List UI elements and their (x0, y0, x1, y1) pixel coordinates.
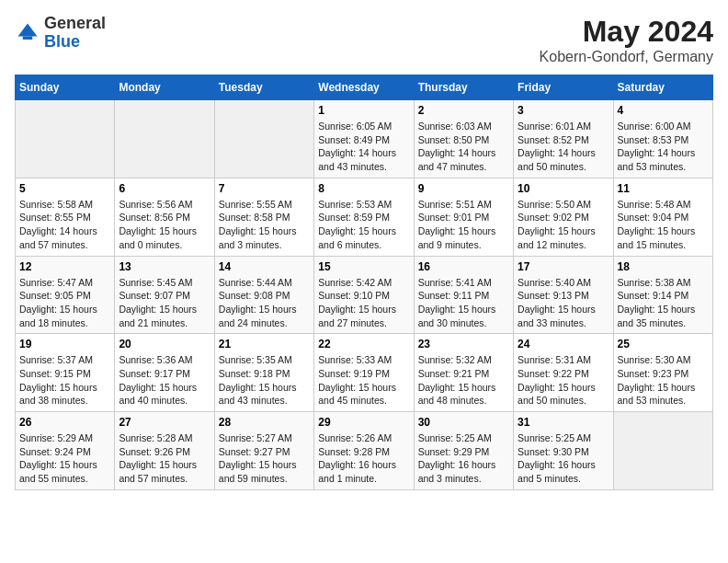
calendar-cell (214, 100, 313, 178)
day-number: 22 (318, 338, 409, 350)
calendar-cell: 26Sunrise: 5:29 AM Sunset: 9:24 PM Dayli… (16, 412, 115, 490)
logo: General Blue (15, 15, 106, 52)
day-info: Sunrise: 6:03 AM Sunset: 8:50 PM Dayligh… (418, 120, 509, 174)
day-info: Sunrise: 5:27 AM Sunset: 9:27 PM Dayligh… (219, 431, 310, 486)
day-info: Sunrise: 5:25 AM Sunset: 9:29 PM Dayligh… (418, 431, 509, 486)
day-header-saturday: Saturday (613, 75, 712, 100)
calendar-cell: 22Sunrise: 5:33 AM Sunset: 9:19 PM Dayli… (314, 334, 414, 412)
header: General Blue May 2024 Kobern-Gondorf, Ge… (15, 15, 713, 65)
day-header-wednesday: Wednesday (314, 75, 414, 100)
calendar-cell: 17Sunrise: 5:40 AM Sunset: 9:13 PM Dayli… (514, 256, 613, 334)
day-number: 30 (418, 416, 509, 429)
title-area: May 2024 Kobern-Gondorf, Germany (540, 15, 713, 65)
day-info: Sunrise: 5:29 AM Sunset: 9:24 PM Dayligh… (19, 431, 110, 486)
day-number: 5 (19, 182, 110, 195)
calendar-week-2: 5Sunrise: 5:58 AM Sunset: 8:55 PM Daylig… (16, 178, 713, 256)
calendar-week-3: 12Sunrise: 5:47 AM Sunset: 9:05 PM Dayli… (16, 256, 713, 334)
day-header-tuesday: Tuesday (214, 75, 313, 100)
day-number: 11 (618, 182, 709, 195)
day-number: 24 (518, 338, 609, 350)
calendar-cell: 21Sunrise: 5:35 AM Sunset: 9:18 PM Dayli… (214, 334, 313, 412)
day-header-sunday: Sunday (16, 75, 115, 100)
day-info: Sunrise: 5:48 AM Sunset: 9:04 PM Dayligh… (618, 198, 709, 252)
calendar-cell: 29Sunrise: 5:26 AM Sunset: 9:28 PM Dayli… (314, 412, 414, 490)
day-info: Sunrise: 5:42 AM Sunset: 9:10 PM Dayligh… (318, 276, 409, 330)
calendar-cell: 4Sunrise: 6:00 AM Sunset: 8:53 PM Daylig… (613, 100, 712, 178)
calendar-cell: 6Sunrise: 5:56 AM Sunset: 8:56 PM Daylig… (115, 178, 214, 256)
day-info: Sunrise: 5:56 AM Sunset: 8:56 PM Dayligh… (119, 198, 210, 252)
day-info: Sunrise: 5:47 AM Sunset: 9:05 PM Dayligh… (19, 276, 110, 330)
day-number: 18 (618, 260, 709, 273)
day-number: 29 (318, 416, 409, 429)
day-number: 10 (518, 182, 609, 195)
calendar-cell: 8Sunrise: 5:53 AM Sunset: 8:59 PM Daylig… (314, 178, 414, 256)
day-number: 7 (219, 182, 310, 195)
calendar-cell: 1Sunrise: 6:05 AM Sunset: 8:49 PM Daylig… (314, 100, 414, 178)
day-number: 21 (219, 338, 310, 350)
calendar-cell: 10Sunrise: 5:50 AM Sunset: 9:02 PM Dayli… (514, 178, 613, 256)
day-info: Sunrise: 5:44 AM Sunset: 9:08 PM Dayligh… (219, 276, 310, 330)
day-number: 2 (418, 104, 509, 117)
day-number: 14 (219, 260, 310, 273)
calendar-cell: 15Sunrise: 5:42 AM Sunset: 9:10 PM Dayli… (314, 256, 414, 334)
calendar-cell: 25Sunrise: 5:30 AM Sunset: 9:23 PM Dayli… (613, 334, 712, 412)
day-number: 3 (518, 104, 609, 117)
calendar-week-1: 1Sunrise: 6:05 AM Sunset: 8:49 PM Daylig… (16, 100, 713, 178)
day-info: Sunrise: 5:38 AM Sunset: 9:14 PM Dayligh… (618, 276, 709, 330)
calendar-cell: 18Sunrise: 5:38 AM Sunset: 9:14 PM Dayli… (613, 256, 712, 334)
day-number: 19 (19, 338, 110, 350)
day-number: 16 (418, 260, 509, 273)
day-info: Sunrise: 5:36 AM Sunset: 9:17 PM Dayligh… (119, 353, 210, 408)
day-number: 6 (119, 182, 210, 195)
day-info: Sunrise: 6:01 AM Sunset: 8:52 PM Dayligh… (518, 120, 609, 174)
day-number: 15 (318, 260, 409, 273)
day-number: 25 (618, 338, 709, 350)
day-info: Sunrise: 6:00 AM Sunset: 8:53 PM Dayligh… (618, 120, 709, 174)
day-info: Sunrise: 5:31 AM Sunset: 9:22 PM Dayligh… (518, 353, 609, 408)
day-number: 17 (518, 260, 609, 273)
calendar-cell: 9Sunrise: 5:51 AM Sunset: 9:01 PM Daylig… (414, 178, 513, 256)
day-number: 8 (318, 182, 409, 195)
logo-icon (15, 20, 40, 46)
calendar-cell: 13Sunrise: 5:45 AM Sunset: 9:07 PM Dayli… (115, 256, 214, 334)
calendar-week-5: 26Sunrise: 5:29 AM Sunset: 9:24 PM Dayli… (16, 412, 713, 490)
day-number: 26 (19, 416, 110, 429)
day-number: 12 (19, 260, 110, 273)
day-info: Sunrise: 5:26 AM Sunset: 9:28 PM Dayligh… (318, 431, 409, 486)
day-info: Sunrise: 5:51 AM Sunset: 9:01 PM Dayligh… (418, 198, 509, 252)
day-header-friday: Friday (514, 75, 613, 100)
day-number: 27 (119, 416, 210, 429)
day-info: Sunrise: 5:41 AM Sunset: 9:11 PM Dayligh… (418, 276, 509, 330)
calendar-cell: 19Sunrise: 5:37 AM Sunset: 9:15 PM Dayli… (16, 334, 115, 412)
day-info: Sunrise: 5:53 AM Sunset: 8:59 PM Dayligh… (318, 198, 409, 252)
day-info: Sunrise: 6:05 AM Sunset: 8:49 PM Dayligh… (318, 120, 409, 174)
calendar-cell: 31Sunrise: 5:25 AM Sunset: 9:30 PM Dayli… (514, 412, 613, 490)
day-info: Sunrise: 5:50 AM Sunset: 9:02 PM Dayligh… (518, 198, 609, 252)
svg-rect-1 (23, 36, 33, 40)
calendar-cell: 14Sunrise: 5:44 AM Sunset: 9:08 PM Dayli… (214, 256, 313, 334)
calendar-cell (16, 100, 115, 178)
calendar-cell: 16Sunrise: 5:41 AM Sunset: 9:11 PM Dayli… (414, 256, 513, 334)
day-number: 13 (119, 260, 210, 273)
day-info: Sunrise: 5:35 AM Sunset: 9:18 PM Dayligh… (219, 353, 310, 408)
calendar-cell: 3Sunrise: 6:01 AM Sunset: 8:52 PM Daylig… (514, 100, 613, 178)
day-info: Sunrise: 5:28 AM Sunset: 9:26 PM Dayligh… (119, 431, 210, 486)
day-header-thursday: Thursday (414, 75, 513, 100)
day-info: Sunrise: 5:40 AM Sunset: 9:13 PM Dayligh… (518, 276, 609, 330)
main-title: May 2024 (540, 15, 713, 49)
day-info: Sunrise: 5:30 AM Sunset: 9:23 PM Dayligh… (618, 353, 709, 408)
logo-general: General (44, 14, 106, 32)
calendar-cell: 5Sunrise: 5:58 AM Sunset: 8:55 PM Daylig… (16, 178, 115, 256)
day-header-monday: Monday (115, 75, 214, 100)
calendar-cell (613, 412, 712, 490)
calendar-cell: 2Sunrise: 6:03 AM Sunset: 8:50 PM Daylig… (414, 100, 513, 178)
logo-text: General Blue (44, 15, 106, 52)
calendar-cell: 27Sunrise: 5:28 AM Sunset: 9:26 PM Dayli… (115, 412, 214, 490)
calendar-cell: 24Sunrise: 5:31 AM Sunset: 9:22 PM Dayli… (514, 334, 613, 412)
day-number: 4 (618, 104, 709, 117)
calendar-cell: 7Sunrise: 5:55 AM Sunset: 8:58 PM Daylig… (214, 178, 313, 256)
calendar-cell: 28Sunrise: 5:27 AM Sunset: 9:27 PM Dayli… (214, 412, 313, 490)
day-number: 9 (418, 182, 509, 195)
calendar-cell: 23Sunrise: 5:32 AM Sunset: 9:21 PM Dayli… (414, 334, 513, 412)
subtitle: Kobern-Gondorf, Germany (540, 49, 713, 65)
